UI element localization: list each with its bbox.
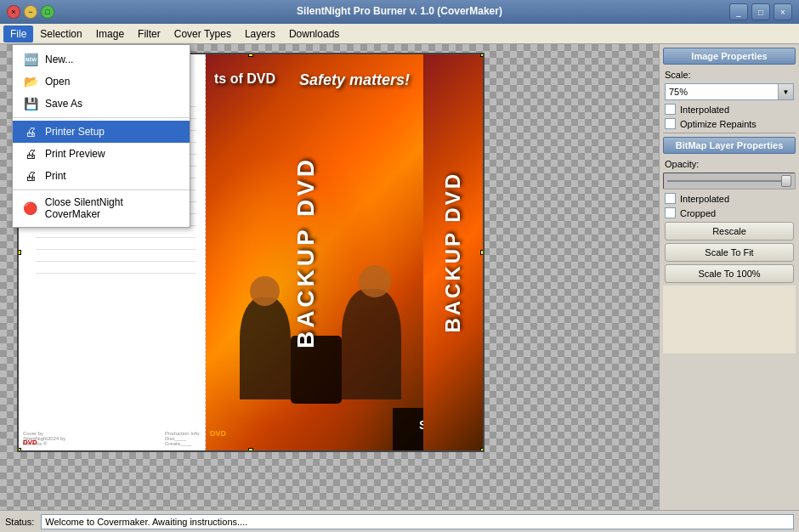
- status-message: Welcome to Covermaker. Awaiting instruct…: [45, 517, 247, 527]
- menu-item-filter[interactable]: Filter: [131, 25, 167, 42]
- print-preview-icon: 🖨: [23, 146, 38, 161]
- interpolated-checkbox-1[interactable]: [665, 104, 676, 115]
- scale-to-100-button[interactable]: Scale To 100%: [665, 264, 794, 283]
- window-restore-right[interactable]: □: [751, 3, 770, 20]
- status-text-box: Welcome to Covermaker. Awaiting instruct…: [41, 514, 794, 529]
- slider-thumb[interactable]: [781, 175, 791, 187]
- window-close-right[interactable]: ×: [774, 3, 792, 20]
- menu-printer-setup[interactable]: 🖨 Printer Setup: [13, 121, 190, 143]
- optimize-row: Optimize Repaints: [663, 118, 796, 129]
- backup-dvd-left-text: BACKUP DVD: [292, 156, 320, 348]
- window-title: SilentNight Pro Burner v. 1.0 (CoverMake…: [297, 5, 502, 17]
- close-window-button[interactable]: ×: [7, 5, 20, 19]
- minimize-window-button[interactable]: −: [24, 5, 37, 19]
- print-icon: 🖨: [23, 168, 38, 184]
- scale-dropdown-btn[interactable]: ▼: [778, 84, 793, 99]
- interpolated-checkbox-2[interactable]: [665, 193, 676, 204]
- safety-matters-text: Safety matters!: [299, 71, 410, 89]
- person-head-2: [359, 265, 391, 297]
- person-head-1: [250, 276, 280, 306]
- person-silhouette-1: [240, 297, 291, 399]
- close-app-icon: 🔴: [23, 201, 38, 216]
- cover-line: [36, 228, 196, 238]
- menu-new[interactable]: 🆕 New...: [13, 48, 190, 71]
- optimize-checkbox[interactable]: [665, 118, 676, 129]
- menu-item-selection[interactable]: Selection: [33, 25, 88, 42]
- menu-print-preview[interactable]: 🖨 Print Preview: [13, 143, 190, 165]
- save-icon: 💾: [23, 96, 38, 111]
- menu-item-downloads[interactable]: Downloads: [282, 25, 346, 42]
- person-silhouette-2: [342, 289, 401, 399]
- interpolated-label-1: Interpolated: [680, 105, 729, 115]
- selection-handle-bl[interactable]: [17, 448, 21, 452]
- opacity-label: Opacity:: [665, 159, 703, 169]
- menu-close-app[interactable]: 🔴 Close SilentNight CoverMaker: [13, 193, 190, 224]
- separator-2: [13, 190, 190, 190]
- scale-select-row: 75% ▼: [663, 83, 796, 100]
- title-bar: × − □ SilentNight Pro Burner v. 1.0 (Cov…: [0, 0, 799, 24]
- printer-icon: 🖨: [23, 124, 38, 139]
- menu-save-as[interactable]: 💾 Save As: [13, 93, 190, 115]
- selection-handle-tm[interactable]: [248, 53, 253, 57]
- image-properties-header: Image Properties: [663, 48, 796, 65]
- slider-track: [667, 180, 791, 182]
- cropped-row: Cropped: [663, 207, 796, 218]
- lower-right-area: [663, 286, 796, 354]
- menu-open[interactable]: 📂 Open: [13, 71, 190, 93]
- dvd-logo-center-bottom: DVD: [210, 429, 226, 438]
- title-bar-buttons: × − □: [7, 5, 54, 19]
- cover-line: [36, 263, 196, 274]
- window-minimize-right[interactable]: _: [729, 3, 748, 20]
- cropped-label: Cropped: [680, 208, 716, 218]
- menu-item-cover-types[interactable]: Cover Types: [167, 25, 238, 42]
- menu-bar: File Selection Image Filter Cover Types …: [0, 24, 799, 44]
- right-panel: Image Properties Scale: 75% ▼ Interpolat…: [659, 44, 799, 510]
- menu-item-layers[interactable]: Layers: [238, 25, 282, 42]
- its-of-dvd-text: ts of DVD: [214, 71, 275, 87]
- scale-label: Scale:: [665, 70, 703, 80]
- cover-right-spine: BACKUP DVD: [423, 54, 483, 450]
- interpolated-label-2: Interpolated: [680, 194, 729, 204]
- cropped-checkbox[interactable]: [665, 207, 676, 218]
- new-icon: 🆕: [23, 52, 38, 67]
- maximize-window-button[interactable]: □: [41, 5, 54, 19]
- separator-1: [13, 117, 190, 118]
- dvd-logo-left: DVD: [23, 439, 37, 446]
- menu-item-image[interactable]: Image: [89, 25, 131, 42]
- cover-center-panel: Safety matters! ts of DVD BACKUP DVD Sil…: [206, 54, 427, 450]
- menu-item-file[interactable]: File: [3, 25, 33, 42]
- bitmap-properties-header: BitMap Layer Properties: [663, 137, 796, 154]
- cover-footer: Cover bySilentNight2024 byRaceros ® Prod…: [23, 431, 201, 446]
- rescale-button[interactable]: Rescale: [665, 222, 794, 241]
- optimize-label: Optimize Repaints: [680, 119, 756, 129]
- file-dropdown-menu: 🆕 New... 📂 Open 💾 Save As 🖨 Printer Setu…: [12, 44, 190, 228]
- selection-handle-mr[interactable]: [480, 250, 484, 255]
- cover-line: [36, 240, 196, 250]
- panel-divider-1: [663, 133, 796, 133]
- interpolated-row-2: Interpolated: [663, 193, 796, 204]
- opacity-label-row: Opacity:: [663, 159, 796, 169]
- cover-line: [36, 252, 196, 262]
- cover-bottom-bar: SilentNight Micro Burner COVERMAKER AUDI…: [393, 408, 427, 450]
- scale-select[interactable]: 75% ▼: [665, 83, 794, 100]
- status-bar: Status: Welcome to Covermaker. Awaiting …: [0, 510, 799, 532]
- scale-value: 75%: [666, 87, 778, 97]
- selection-handle-br[interactable]: [480, 448, 484, 452]
- open-icon: 📂: [23, 74, 38, 89]
- scale-to-fit-button[interactable]: Scale To Fit: [665, 243, 794, 262]
- scale-row: Scale:: [663, 70, 796, 80]
- spine-text: BACKUP DVD: [441, 172, 465, 333]
- interpolated-row-1: Interpolated: [663, 104, 796, 115]
- menu-print[interactable]: 🖨 Print: [13, 165, 190, 187]
- selection-handle-ml[interactable]: [17, 250, 21, 255]
- title-right-buttons: _ □ ×: [729, 3, 792, 20]
- selection-handle-bm[interactable]: [248, 448, 253, 452]
- status-label: Status:: [5, 517, 34, 527]
- selection-handle-tr[interactable]: [480, 53, 484, 57]
- opacity-slider[interactable]: [663, 173, 796, 190]
